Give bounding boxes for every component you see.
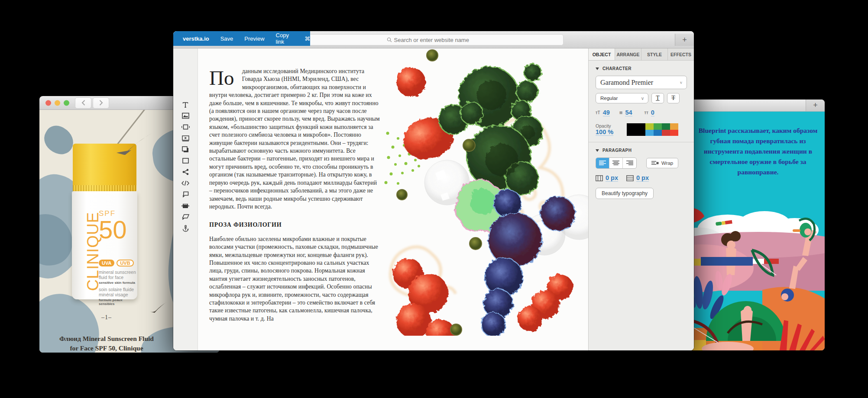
right-browser-window[interactable]: + Blueprint рассказывает, каким образом … bbox=[676, 100, 825, 350]
verstka-logo[interactable]: verstka.io bbox=[183, 35, 209, 42]
color-swatch[interactable] bbox=[654, 130, 662, 136]
uvb-badge: UVB bbox=[117, 260, 133, 266]
video-tool-icon[interactable] bbox=[180, 135, 191, 142]
font-style-select[interactable]: Regular v bbox=[596, 93, 648, 103]
bottle-body: CLINIQUE SPF 50 UVA UVB mineral sunscree… bbox=[72, 191, 137, 299]
align-right-button[interactable] bbox=[623, 158, 636, 168]
character-section-header[interactable]: CHARACTER bbox=[589, 61, 694, 75]
strikethrough-button[interactable]: T bbox=[667, 93, 680, 103]
disclosure-triangle-icon bbox=[596, 67, 599, 70]
font-family-select[interactable]: Garamond Premier v bbox=[596, 76, 687, 89]
align-right-icon bbox=[626, 160, 633, 166]
product-description: mineral sunscreen fluid for face sensiti… bbox=[99, 270, 137, 306]
inspector-tabs: OBJECT ARRANGE STYLE EFFECTS bbox=[589, 48, 694, 61]
code-tool-icon[interactable] bbox=[180, 180, 191, 187]
slideshow-tool-icon[interactable] bbox=[180, 123, 191, 131]
zoom-button[interactable] bbox=[64, 100, 69, 106]
chevron-down-icon: v bbox=[680, 80, 682, 85]
line-height-icon: ≡ bbox=[619, 109, 623, 116]
new-tab-button[interactable]: + bbox=[806, 100, 825, 111]
article-caption: Флюид Mineral Sunscreen Fluid for Face S… bbox=[39, 334, 174, 353]
product-bottle: CLINIQUE SPF 50 UVA UVB mineral sunscree… bbox=[72, 144, 137, 299]
color-swatch-black[interactable] bbox=[627, 123, 645, 136]
font-family-value: Garamond Premier bbox=[600, 79, 653, 87]
chevron-down-icon: v bbox=[641, 96, 644, 101]
vertical-padding-icon bbox=[626, 175, 634, 181]
letter-spacing-icon: тт bbox=[645, 110, 648, 115]
wrap-icon bbox=[651, 161, 659, 165]
paragraph-section-label: PARAGRAPH bbox=[602, 148, 632, 153]
desc-fr: soin solaire fluide minéral visage bbox=[99, 287, 137, 297]
horizontal-padding-icon bbox=[596, 175, 603, 181]
preview-button[interactable]: Preview bbox=[244, 35, 264, 42]
color-swatch[interactable] bbox=[670, 123, 678, 130]
align-left-button[interactable] bbox=[596, 158, 609, 168]
section-tool-icon[interactable] bbox=[180, 202, 191, 209]
spf-value: 50 bbox=[99, 218, 127, 241]
desc-en: mineral sunscreen fluid for face bbox=[99, 270, 136, 280]
color-swatches[interactable] bbox=[627, 123, 678, 136]
editor-canvas[interactable]: Поданным исследований Медицинского инсти… bbox=[198, 48, 588, 350]
back-button[interactable] bbox=[75, 97, 91, 109]
main-browser-window[interactable]: + verstka.io Save Preview Copy link ⌘ bbox=[173, 31, 694, 350]
comment-tool-icon[interactable] bbox=[180, 191, 191, 198]
opacity-value[interactable]: 100 % bbox=[596, 128, 613, 136]
horizontal-padding-value[interactable]: 0 px bbox=[606, 174, 618, 182]
color-swatch[interactable] bbox=[654, 123, 662, 130]
tab-object[interactable]: OBJECT bbox=[589, 48, 615, 60]
text-tool-icon[interactable] bbox=[180, 101, 191, 108]
color-swatch[interactable] bbox=[645, 123, 654, 130]
shortcuts-button[interactable]: ⌘ bbox=[304, 35, 310, 42]
color-swatch[interactable] bbox=[670, 130, 678, 136]
verstka-toolbar: verstka.io Save Preview Copy link ⌘ bbox=[173, 31, 310, 46]
feminism-illustration bbox=[676, 203, 825, 350]
disclosure-triangle-icon bbox=[596, 149, 599, 152]
paragraph-1: данным исследований Медицинского институ… bbox=[209, 68, 380, 210]
anchor-tool-icon[interactable] bbox=[180, 225, 191, 232]
align-left-icon bbox=[599, 160, 606, 166]
image-tool-icon[interactable] bbox=[180, 112, 191, 119]
microbes-illustration bbox=[376, 48, 588, 336]
article-heading: ПРОЗА ФИЗИОЛОГИИ bbox=[209, 221, 381, 229]
right-window-titlebar[interactable]: + bbox=[676, 100, 825, 112]
tool-palette bbox=[173, 48, 198, 350]
inspector-panel: OBJECT ARRANGE STYLE EFFECTS CHARACTER G… bbox=[588, 48, 694, 350]
vertical-padding-value[interactable]: 0 px bbox=[636, 174, 649, 182]
letter-spacing-value[interactable]: 0 bbox=[651, 109, 654, 116]
page-number: –1– bbox=[39, 314, 174, 321]
tab-arrange[interactable]: ARRANGE bbox=[615, 48, 641, 60]
opacity-label: Opacity bbox=[596, 123, 627, 128]
underline-button[interactable]: T bbox=[651, 93, 664, 103]
line-height-value[interactable]: 54 bbox=[625, 109, 632, 116]
color-swatch[interactable] bbox=[662, 123, 670, 130]
beautify-typography-button[interactable]: Beautify typography bbox=[596, 188, 654, 199]
align-center-icon bbox=[612, 160, 619, 166]
font-size-value[interactable]: 49 bbox=[603, 109, 610, 116]
dropcap: По bbox=[209, 67, 242, 86]
wrap-button[interactable]: Wrap bbox=[646, 158, 678, 168]
rectangle-tool-icon[interactable] bbox=[180, 157, 191, 164]
new-tab-button[interactable]: + bbox=[675, 34, 694, 46]
share-tool-icon[interactable] bbox=[180, 168, 191, 176]
color-swatch[interactable] bbox=[662, 130, 670, 136]
desc-fr-note: formule peaux sensibles bbox=[99, 298, 137, 306]
desc-en-note: sensitive skin formula bbox=[99, 281, 137, 285]
tab-effects[interactable]: EFFECTS bbox=[668, 48, 694, 60]
copy-link-button[interactable]: Copy link bbox=[276, 32, 293, 45]
save-button[interactable]: Save bbox=[220, 35, 233, 42]
color-swatch[interactable] bbox=[645, 130, 654, 136]
minimize-button[interactable] bbox=[55, 100, 60, 106]
layers-tool-icon[interactable] bbox=[180, 146, 191, 153]
article-text[interactable]: Поданным исследований Медицинского инсти… bbox=[209, 67, 381, 323]
shape-tool-icon[interactable] bbox=[180, 213, 191, 221]
tab-style[interactable]: STYLE bbox=[641, 48, 668, 60]
paragraph-section-header[interactable]: PARAGRAPH bbox=[589, 142, 694, 157]
address-bar[interactable] bbox=[304, 34, 564, 45]
align-center-button[interactable] bbox=[609, 158, 623, 168]
chevron-left-icon bbox=[81, 100, 85, 106]
font-style-value: Regular bbox=[600, 96, 618, 101]
forward-button[interactable] bbox=[93, 97, 109, 109]
character-section-label: CHARACTER bbox=[602, 66, 632, 71]
close-button[interactable] bbox=[45, 100, 51, 106]
address-input[interactable] bbox=[394, 37, 481, 43]
